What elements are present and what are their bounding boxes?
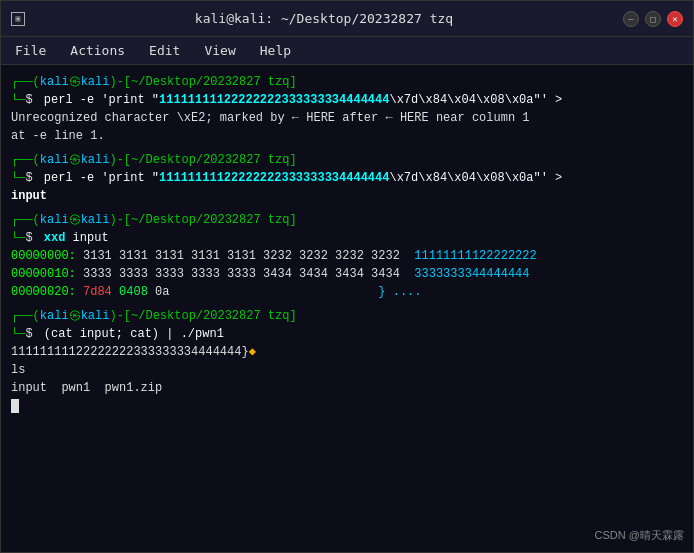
cmd-line-3: └─$ xxd input <box>11 229 683 247</box>
output-error-1: Unrecognized character \xE2; marked by ←… <box>11 109 683 127</box>
output-ls-result: input pwn1 pwn1.zip <box>11 379 683 397</box>
prompt-line-1: ┌──(kali㉿kali)-[~/Desktop/20232827 tzq] <box>11 73 683 91</box>
menu-file[interactable]: File <box>11 41 50 60</box>
cmd-line-2: └─$ perl -e 'print "11111111122222222333… <box>11 169 683 187</box>
menu-bar: File Actions Edit View Help <box>1 37 693 65</box>
output-input-label: input <box>11 187 683 205</box>
prompt-line-3: ┌──(kali㉿kali)-[~/Desktop/20232827 tzq] <box>11 211 683 229</box>
title-bar-left: ▣ <box>11 12 25 26</box>
menu-help[interactable]: Help <box>256 41 295 60</box>
window-icon: ▣ <box>11 12 25 26</box>
hex-line-3: 00000020: 7d84 0408 0a } .... <box>11 283 683 301</box>
output-pwn1: 11111111122222222333333334444444}◆ <box>11 343 683 361</box>
menu-actions[interactable]: Actions <box>66 41 129 60</box>
minimize-button[interactable]: – <box>623 11 639 27</box>
hex-line-1: 00000000: 3131 3131 3131 3131 3131 3232 … <box>11 247 683 265</box>
prompt-line-2: ┌──(kali㉿kali)-[~/Desktop/20232827 tzq] <box>11 151 683 169</box>
prompt-line-4: ┌──(kali㉿kali)-[~/Desktop/20232827 tzq] <box>11 307 683 325</box>
close-button[interactable]: ✕ <box>667 11 683 27</box>
title-bar-title: kali@kali: ~/Desktop/20232827 tzq <box>195 11 453 26</box>
terminal-window: ▣ kali@kali: ~/Desktop/20232827 tzq – □ … <box>0 0 694 553</box>
menu-view[interactable]: View <box>200 41 239 60</box>
output-error-2: at -e line 1. <box>11 127 683 145</box>
terminal-content[interactable]: ┌──(kali㉿kali)-[~/Desktop/20232827 tzq] … <box>1 65 693 552</box>
maximize-button[interactable]: □ <box>645 11 661 27</box>
cursor <box>11 399 19 413</box>
output-ls-cmd: ls <box>11 361 683 379</box>
title-bar-controls: – □ ✕ <box>623 11 683 27</box>
cursor-line <box>11 397 683 415</box>
cmd-line-4: └─$ (cat input; cat) | ./pwn1 <box>11 325 683 343</box>
menu-edit[interactable]: Edit <box>145 41 184 60</box>
title-bar: ▣ kali@kali: ~/Desktop/20232827 tzq – □ … <box>1 1 693 37</box>
hex-line-2: 00000010: 3333 3333 3333 3333 3333 3434 … <box>11 265 683 283</box>
watermark: CSDN @晴天霖露 <box>595 528 684 543</box>
cmd-line-1: └─$ perl -e 'print "11111111122222222333… <box>11 91 683 109</box>
